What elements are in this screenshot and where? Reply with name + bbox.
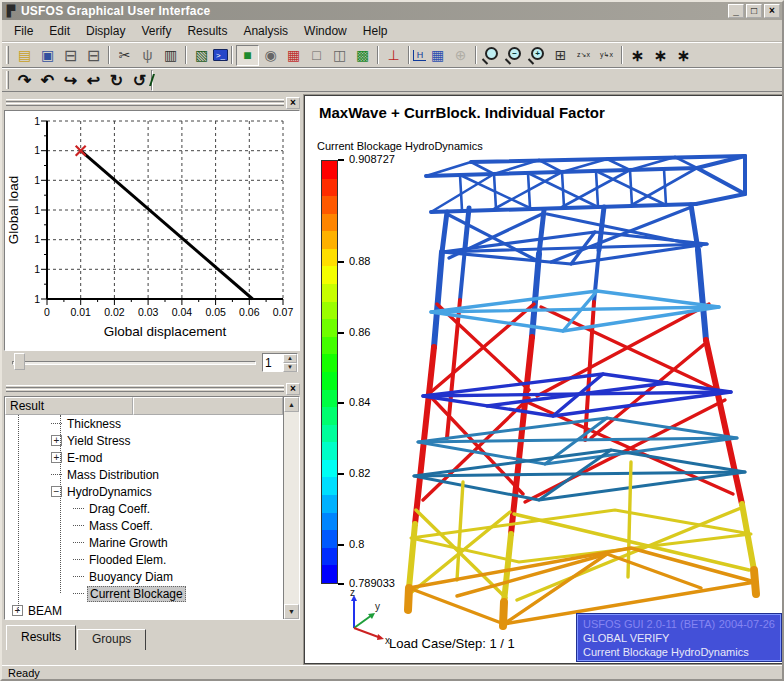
toolbar-grip[interactable] xyxy=(6,46,9,64)
tree-item-label[interactable]: Marine Growth xyxy=(87,536,170,550)
animation-icon[interactable]: ▧ xyxy=(190,45,213,66)
tab-results[interactable]: Results xyxy=(6,625,76,650)
svg-text:0.03: 0.03 xyxy=(138,306,159,318)
load-display-3-icon[interactable]: ∗ xyxy=(672,45,695,66)
tree-item-current-blockage[interactable]: Current Blockage xyxy=(7,585,282,602)
maximize-button[interactable]: □ xyxy=(746,4,762,18)
colorbar-segment xyxy=(322,372,337,390)
target-globe-icon[interactable]: ⊕ xyxy=(449,45,472,66)
result-panel-close-icon[interactable]: × xyxy=(286,383,300,395)
zoom-extents-icon[interactable]: ⊞ xyxy=(549,45,572,66)
tree-item-label[interactable]: Buoyancy Diam xyxy=(87,570,175,584)
step-input[interactable] xyxy=(263,354,283,371)
tree-item-mass-coeff-[interactable]: Mass Coeff. xyxy=(7,517,282,534)
matrix-plot-icon[interactable]: ▦ xyxy=(426,45,449,66)
dotted-cube-icon[interactable]: ▦ xyxy=(282,45,305,66)
wire-cube-icon[interactable]: □ xyxy=(305,45,328,66)
rotate-cw-icon[interactable]: ↻ xyxy=(105,70,128,91)
film-strip-icon[interactable]: ▥ xyxy=(159,45,182,66)
dock-grip[interactable] xyxy=(6,98,284,107)
wire-sphere-icon[interactable]: ◉ xyxy=(259,45,282,66)
zoom-icon[interactable] xyxy=(480,45,503,66)
print-icon[interactable]: ⊟ xyxy=(59,45,82,66)
brush-icon[interactable]: ψ xyxy=(136,45,159,66)
chart-panel-close-icon[interactable]: × xyxy=(286,97,300,109)
model-viewport[interactable]: MaxWave + CurrBlock. Individual Factor C… xyxy=(304,95,784,664)
scroll-down-icon[interactable]: ▼ xyxy=(284,604,299,619)
colorbar-segment xyxy=(322,513,337,531)
member-plot-icon[interactable]: ⊥ xyxy=(382,45,405,66)
print-plot-icon[interactable]: ⊟ xyxy=(82,45,105,66)
tree-item-buoyancy-diam[interactable]: Buoyancy Diam xyxy=(7,568,282,585)
load-displacement-chart[interactable]: 1 1 1 1 1 1 1 0 0.01 0.02 0.03 0.04 0.05… xyxy=(4,110,300,351)
menu-analysis[interactable]: Analysis xyxy=(235,21,296,41)
tree-item-label[interactable]: Yield Stress xyxy=(65,434,133,448)
tree-item-label[interactable]: Current Blockage xyxy=(87,586,186,602)
tree-scrollbar[interactable]: ▲ ▼ xyxy=(283,397,299,619)
rotate-right-icon[interactable]: ↪ xyxy=(59,70,82,91)
rotate-down-cw-icon[interactable]: ↷ xyxy=(13,70,36,91)
tree-item-label[interactable]: Drag Coeff. xyxy=(87,502,152,516)
colorbar-tick-mark xyxy=(338,402,344,404)
tree-item-label[interactable]: Mass Distribution xyxy=(65,468,161,482)
scroll-up-icon[interactable]: ▲ xyxy=(284,397,299,412)
menu-verify[interactable]: Verify xyxy=(133,21,179,41)
tree-item-label[interactable]: E-mod xyxy=(65,451,104,465)
axes-zyx-icon[interactable]: z↘x xyxy=(572,45,595,66)
close-button[interactable]: × xyxy=(764,4,780,18)
menu-results[interactable]: Results xyxy=(179,21,235,41)
save-icon[interactable]: ▣ xyxy=(36,45,59,66)
tree-item-label[interactable]: Flooded Elem. xyxy=(87,553,168,567)
dock-grip[interactable] xyxy=(6,384,284,393)
tree-header-empty[interactable] xyxy=(133,397,283,415)
zoom-in-icon[interactable]: + xyxy=(526,45,549,66)
console-icon[interactable]: >_ xyxy=(213,49,228,61)
tree-item-label[interactable]: Thickness xyxy=(65,417,123,431)
zoom-out-icon[interactable]: − xyxy=(503,45,526,66)
tree-header[interactable]: Result xyxy=(5,397,299,415)
step-slider-thumb[interactable] xyxy=(14,353,25,370)
split-cube-icon[interactable]: ◫ xyxy=(328,45,351,66)
open-file-icon[interactable]: ▤ xyxy=(13,45,36,66)
rotate-down-ccw-icon[interactable]: ↶ xyxy=(36,70,59,91)
tree-item-marine-growth[interactable]: Marine Growth xyxy=(7,534,282,551)
minimize-button[interactable]: _ xyxy=(728,4,744,18)
menu-window[interactable]: Window xyxy=(296,21,355,41)
result-panel-header[interactable]: × xyxy=(4,382,300,395)
structure-3d-view[interactable] xyxy=(401,152,775,630)
menu-display[interactable]: Display xyxy=(78,21,133,41)
step-up-icon[interactable]: ▲ xyxy=(283,354,297,363)
tree-item-drag-coeff-[interactable]: Drag Coeff. xyxy=(7,500,282,517)
tree-item-hydrodynamics[interactable]: −HydroDynamics xyxy=(7,483,282,500)
chart-panel-header[interactable]: × xyxy=(4,96,300,109)
tree-item-yield-stress[interactable]: +Yield Stress xyxy=(7,432,282,449)
menu-edit[interactable]: Edit xyxy=(41,21,78,41)
tree-item-label[interactable]: HydroDynamics xyxy=(65,485,154,499)
history-plot-icon[interactable]: H xyxy=(413,50,426,61)
menu-help[interactable]: Help xyxy=(355,21,396,41)
tree-item-mass-distribution[interactable]: Mass Distribution xyxy=(7,466,282,483)
load-display-2-icon[interactable]: ∗ xyxy=(649,45,672,66)
step-slider-track[interactable] xyxy=(12,361,256,365)
toolbar-grip[interactable] xyxy=(6,71,9,89)
tree-item-label[interactable]: BEAM xyxy=(26,604,64,618)
rotate-ccw-icon[interactable]: ↺ xyxy=(128,70,151,91)
menu-file[interactable]: File xyxy=(6,21,41,41)
tree-item-e-mod[interactable]: +E-mod xyxy=(7,449,282,466)
shaded-view-icon[interactable] xyxy=(151,70,153,91)
step-down-icon[interactable]: ▼ xyxy=(283,363,297,372)
rotate-left-icon[interactable]: ↩ xyxy=(82,70,105,91)
load-display-1-icon[interactable]: ∗ xyxy=(626,45,649,66)
mesh-cube-icon[interactable]: ▩ xyxy=(351,45,374,66)
solid-view-icon[interactable]: ■ xyxy=(236,45,259,66)
cut-icon[interactable]: ✂ xyxy=(113,45,136,66)
tab-groups[interactable]: Groups xyxy=(77,629,146,650)
tree-item-thickness[interactable]: Thickness xyxy=(7,415,282,432)
tree-header-result[interactable]: Result xyxy=(5,397,133,415)
axes-yxz-icon[interactable]: y↳x xyxy=(595,45,618,66)
tree-item-beam[interactable]: +BEAM xyxy=(7,602,282,619)
toolbar-separator xyxy=(408,46,410,64)
tree-item-label[interactable]: Mass Coeff. xyxy=(87,519,155,533)
tree-item-flooded-elem-[interactable]: Flooded Elem. xyxy=(7,551,282,568)
titlebar[interactable]: ▛ USFOS Graphical User Interface _ □ × xyxy=(2,2,782,20)
